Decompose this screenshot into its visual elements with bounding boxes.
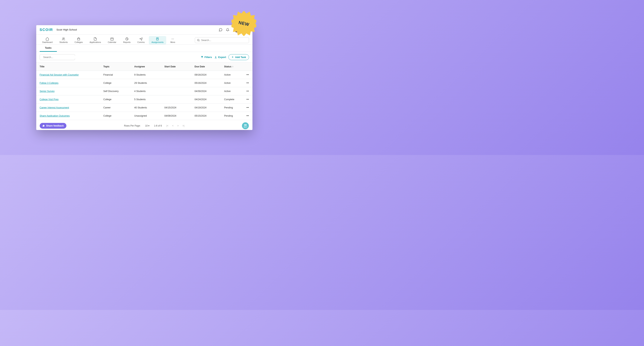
task-start-date [162,95,193,104]
task-title-link[interactable]: Follow 3 Colleges [40,82,58,84]
col-assignee[interactable]: Assignee [132,62,162,70]
task-assignee: 4 Students [132,87,162,95]
top-bar: SCOIR Scoir High School An... [36,25,252,34]
global-search[interactable] [195,37,249,43]
task-status: Complete [222,95,244,104]
task-status: Active [222,79,244,87]
nav-applications[interactable]: Applications [87,36,104,44]
nav-colleges[interactable]: Colleges [72,36,86,44]
task-start-date: 04/09/2024 [162,112,193,120]
table-row: Financial Aid Session with CounselorFina… [36,70,252,79]
page-last-icon[interactable]: >| [182,124,184,127]
nav-reports[interactable]: Reports [120,36,134,44]
nav-more[interactable]: More [168,36,178,44]
infinity-icon [244,124,247,126]
svg-rect-8 [157,38,158,38]
task-status: Active [222,70,244,79]
task-title-link[interactable]: Senior Survey [40,90,55,92]
table-row: Senior SurveySelf Discovery4 Students04/… [36,87,252,95]
help-button[interactable]: HELP [242,122,249,129]
rows-per-page-label: Rows Per Page: [124,124,141,127]
col-topic[interactable]: Topic [102,62,132,70]
col-status[interactable]: Status↑ [222,62,244,70]
task-start-date: 04/15/2024 [162,104,193,112]
filters-button[interactable]: Filters [201,56,212,58]
row-actions-icon[interactable]: ••• [246,82,249,84]
task-status: Pending [222,104,244,112]
filter-icon [201,56,204,58]
svg-rect-3 [78,38,80,40]
thumbs-up-icon [42,124,45,127]
col-due-date[interactable]: Due Date [193,62,222,70]
row-actions-icon[interactable]: ••• [246,106,249,109]
nav-calendar[interactable]: Calendar [105,36,119,44]
plus-icon [231,56,234,58]
share-feedback-button[interactable]: Share feedback [40,123,66,129]
row-actions-icon[interactable]: ••• [246,114,249,117]
row-actions-icon[interactable]: ••• [246,98,249,101]
task-due-date: 09/16/2024 [193,70,222,79]
sub-tabs: Tasks [36,45,252,52]
task-assignee: Unassigned [132,112,162,120]
task-title-link[interactable]: Financial Aid Session with Counselor [40,74,79,76]
nav-dashboard[interactable]: Dashboard [40,36,55,44]
task-title-link[interactable]: College Visit Prep [40,98,58,101]
task-due-date: 04/19/2024 [193,104,222,112]
task-topic: Financial [102,70,132,79]
add-task-button[interactable]: Add Task [228,54,249,60]
page-next-icon[interactable]: > [177,124,178,127]
row-actions-icon[interactable]: ••• [246,74,249,76]
task-search[interactable] [40,54,75,60]
page-first-icon[interactable]: |< [166,124,168,127]
task-status: Pending [222,112,244,120]
task-assignee: 40 Students [132,104,162,112]
task-topic: Career [102,104,132,112]
global-search-input[interactable] [201,39,247,42]
svg-line-14 [199,41,200,41]
task-due-date: 05/16/2024 [193,79,222,87]
svg-point-1 [63,38,64,39]
bell-icon[interactable] [226,28,229,32]
task-due-date: 04/24/2024 [193,95,222,104]
tasks-table: Title Topic Assignee Start Date Due Date… [36,62,252,120]
nav-bar: Dashboard Students Colleges Applications… [36,34,252,45]
task-assignee: 29 Students [132,79,162,87]
svg-point-11 [172,38,173,39]
rows-per-page-select[interactable]: 10 ▾ [145,124,150,127]
task-title-link[interactable]: Career Interest Assessment [40,106,69,109]
task-start-date [162,70,193,79]
chat-icon[interactable] [219,28,222,32]
svg-point-10 [172,38,172,39]
table-row: Career Interest AssessmentCareer40 Stude… [36,104,252,112]
svg-point-12 [174,38,174,39]
col-start-date[interactable]: Start Date [162,62,193,70]
page-range: 1-6 of 6 [154,124,162,127]
task-topic: College [102,112,132,120]
nav-assignments[interactable]: Assignments [149,36,166,44]
page-prev-icon[interactable]: < [172,124,174,127]
tab-tasks[interactable]: Tasks [40,45,57,52]
task-topic: Self Discovery [102,87,132,95]
task-assignee: 5 Students [132,95,162,104]
task-status: Active [222,87,244,95]
task-assignee: 9 Students [132,70,162,79]
task-due-date: 05/15/2024 [193,112,222,120]
download-icon [214,56,217,58]
task-start-date [162,87,193,95]
nav-comms[interactable]: Comms [135,36,147,44]
footer: Share feedback Rows Per Page: 10 ▾ 1-6 o… [36,120,252,130]
table-row: Share Application OutcomesCollegeUnassig… [36,112,252,120]
app-window: SCOIR Scoir High School An... Dashboard … [36,25,252,130]
task-title-link[interactable]: Share Application Outcomes [40,114,70,117]
school-name: Scoir High School [56,28,77,31]
search-icon [197,39,200,42]
nav-students[interactable]: Students [57,36,70,44]
row-actions-icon[interactable]: ••• [246,90,249,92]
task-start-date [162,79,193,87]
task-search-input[interactable] [43,56,75,58]
col-title[interactable]: Title [36,62,102,70]
svg-rect-9 [157,39,158,39]
export-button[interactable]: Export [214,56,226,58]
table-row: College Visit PrepCollege5 Students04/24… [36,95,252,104]
logo: SCOIR [40,28,53,32]
